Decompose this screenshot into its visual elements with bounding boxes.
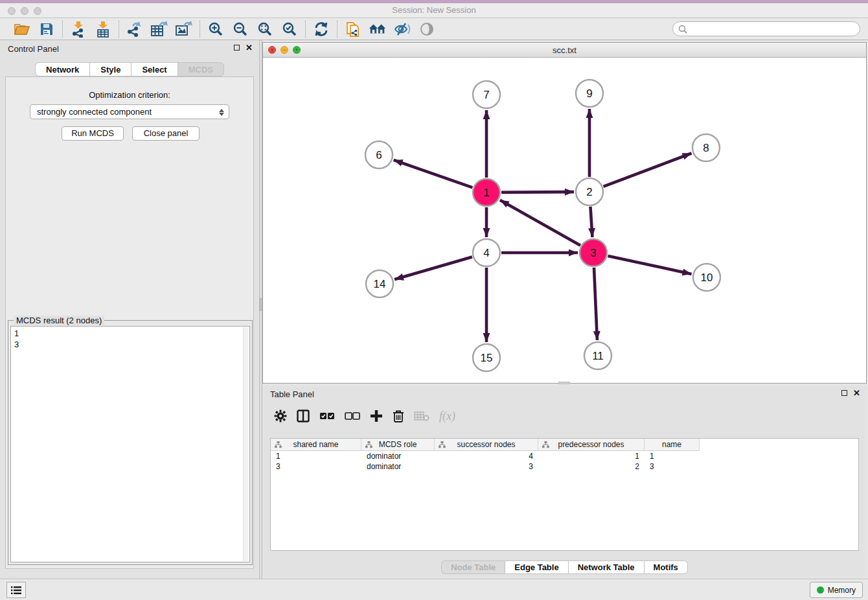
- memory-label: Memory: [828, 586, 856, 595]
- gear-icon[interactable]: [274, 408, 287, 424]
- criterion-dropdown[interactable]: strongly connected component: [30, 104, 229, 119]
- table-cell: 2: [538, 461, 645, 472]
- column-label: shared name: [293, 440, 338, 449]
- edge-2-8[interactable]: [604, 153, 692, 186]
- delete-column-icon[interactable]: [393, 408, 404, 424]
- tab-edge-table[interactable]: Edge Table: [505, 560, 567, 574]
- tab-motifs[interactable]: Motifs: [644, 560, 688, 574]
- window-title: Session: New Session: [0, 5, 868, 15]
- zoom-selected-icon[interactable]: [280, 21, 299, 38]
- horizontal-splitter-handle[interactable]: [558, 382, 570, 384]
- column-header-shared-name[interactable]: shared name: [271, 439, 361, 451]
- mcds-result-line: 1: [14, 328, 246, 339]
- node-label-10: 10: [701, 271, 713, 284]
- search-box[interactable]: [672, 21, 860, 36]
- delete-table-icon: [414, 408, 429, 424]
- tab-network-table[interactable]: Network Table: [568, 560, 644, 574]
- table-cell: 3: [271, 461, 361, 472]
- run-mcds-button[interactable]: Run MCDS: [62, 126, 124, 141]
- node-label-1: 1: [483, 187, 489, 199]
- table-cell: 4: [435, 451, 538, 461]
- column-header-MCDS-role[interactable]: MCDS role: [361, 439, 435, 451]
- table-cell: 1: [538, 451, 645, 461]
- tab-style[interactable]: Style: [89, 62, 131, 76]
- select-all-columns-icon[interactable]: [319, 408, 335, 424]
- node-label-2: 2: [586, 186, 592, 198]
- column-label: predecessor nodes: [558, 440, 624, 449]
- column-header-name[interactable]: name: [645, 439, 700, 451]
- node-label-4: 4: [483, 247, 489, 259]
- dropdown-stepper-icon: [217, 106, 226, 118]
- network-view-window: x − + scc.txt 7968124314101511: [262, 42, 867, 384]
- column-header-successor-nodes[interactable]: successor nodes: [435, 439, 538, 451]
- edge-3-1[interactable]: [500, 200, 580, 246]
- zoom-out-icon[interactable]: [231, 21, 249, 38]
- edge-1-2[interactable]: [501, 192, 574, 192]
- export-network-icon[interactable]: [126, 21, 144, 38]
- column-label: name: [662, 440, 681, 449]
- tab-mcds[interactable]: MCDS: [177, 62, 224, 76]
- column-header-predecessor-nodes[interactable]: predecessor nodes: [538, 439, 645, 451]
- clone-network-icon[interactable]: [344, 21, 362, 38]
- function-builder-icon: f(x): [439, 408, 455, 424]
- add-column-icon[interactable]: [370, 408, 383, 424]
- import-table-icon[interactable]: [94, 21, 112, 38]
- memory-button[interactable]: Memory: [810, 582, 863, 598]
- save-session-icon[interactable]: [38, 21, 56, 38]
- table-row[interactable]: 1dominator411: [271, 451, 858, 461]
- table-row[interactable]: 3dominator323: [271, 461, 858, 472]
- node-label-15: 15: [481, 352, 493, 364]
- float-table-panel-icon[interactable]: [841, 390, 847, 396]
- app-titlebar: Session: New Session: [0, 0, 868, 18]
- float-panel-icon[interactable]: [234, 45, 240, 51]
- first-neighbors-icon[interactable]: [369, 21, 387, 38]
- node-label-9: 9: [586, 87, 592, 100]
- table-panel-tabs: Node TableEdge TableNetwork TableMotifs: [262, 560, 867, 574]
- list-icon: [11, 586, 21, 595]
- tab-select[interactable]: Select: [131, 62, 177, 76]
- close-table-panel-icon[interactable]: ✕: [853, 389, 860, 397]
- deselect-all-columns-icon[interactable]: [345, 408, 360, 424]
- hierarchy-icon: [365, 441, 372, 448]
- network-window-titlebar[interactable]: x − + scc.txt: [263, 43, 866, 58]
- tab-network[interactable]: Network: [35, 62, 89, 76]
- node-table[interactable]: shared nameMCDS rolesuccessor nodesprede…: [270, 438, 859, 551]
- tab-node-table[interactable]: Node Table: [441, 560, 505, 574]
- network-canvas[interactable]: 7968124314101511: [263, 58, 866, 383]
- import-network-icon[interactable]: [69, 21, 87, 38]
- open-session-icon[interactable]: [13, 21, 31, 38]
- show-hide-icon[interactable]: [418, 21, 436, 38]
- table-cell: 3: [645, 461, 700, 472]
- export-table-icon[interactable]: [150, 21, 168, 38]
- edge-3-11[interactable]: [594, 268, 597, 340]
- export-image-icon[interactable]: [175, 21, 193, 38]
- optimization-criterion-label: Optimization criterion:: [6, 90, 253, 100]
- edge-4-14[interactable]: [394, 257, 472, 279]
- table-panel: Table Panel ✕ f(x) shared nameMCDS rol: [262, 386, 867, 577]
- hierarchy-icon: [439, 441, 446, 448]
- task-history-button[interactable]: [6, 582, 26, 598]
- edge-2-3[interactable]: [590, 207, 592, 237]
- columns-icon[interactable]: [297, 408, 310, 424]
- node-label-6: 6: [376, 149, 382, 161]
- mcds-scrollbar[interactable]: [243, 327, 249, 561]
- close-panel-icon[interactable]: ✕: [246, 44, 253, 51]
- node-label-3: 3: [590, 247, 596, 259]
- mcds-result-text[interactable]: 13: [10, 326, 250, 562]
- style-preview-icon[interactable]: [393, 21, 411, 38]
- hierarchy-icon: [542, 441, 549, 448]
- status-bar: Memory: [0, 579, 868, 600]
- search-icon: [678, 25, 687, 34]
- control-panel-title: Control Panel: [8, 44, 59, 54]
- close-panel-button[interactable]: Close panel: [132, 126, 200, 141]
- edge-1-6[interactable]: [394, 160, 473, 187]
- zoom-fit-icon[interactable]: [256, 21, 274, 38]
- refresh-icon[interactable]: [312, 21, 330, 38]
- search-input[interactable]: [687, 23, 860, 35]
- table-cell: dominator: [361, 461, 435, 472]
- mcds-result-line: 3: [14, 339, 246, 350]
- edge-3-10[interactable]: [608, 256, 691, 274]
- zoom-in-icon[interactable]: [207, 21, 225, 38]
- criterion-value: strongly connected component: [37, 107, 152, 117]
- table-cell: 1: [271, 451, 361, 461]
